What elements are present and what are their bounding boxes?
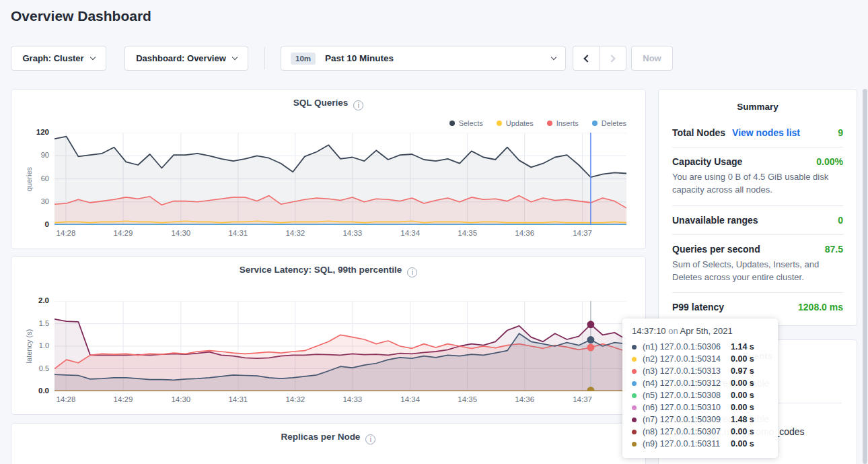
tooltip-timestamp: 14:37:10 on Apr 5th, 2021 bbox=[632, 326, 768, 336]
tooltip-node-label: (n1) 127.0.0.1:50306 bbox=[643, 342, 731, 352]
y-axis-tick: 30 bbox=[21, 197, 49, 205]
dashboard-dropdown[interactable]: Dashboard: Overview bbox=[124, 46, 248, 71]
tooltip-node-value: 0.00 s bbox=[731, 391, 754, 400]
tooltip-date: Apr 5th, 2021 bbox=[680, 326, 733, 336]
tooltip-node-label: (n9) 127.0.0.1:50311 bbox=[643, 439, 731, 449]
info-icon[interactable]: i bbox=[365, 434, 375, 444]
x-axis-tick: 14:35 bbox=[449, 395, 486, 403]
x-axis-tick: 14:28 bbox=[47, 229, 85, 237]
chevron-down-icon bbox=[551, 55, 556, 60]
info-icon[interactable]: i bbox=[353, 100, 363, 110]
time-forward-button[interactable] bbox=[600, 46, 626, 70]
x-axis-tick: 14:33 bbox=[334, 395, 371, 403]
summary-label: Capacity Usage bbox=[672, 156, 742, 167]
series-dot-icon bbox=[632, 357, 637, 362]
x-axis-tick: 14:30 bbox=[162, 395, 200, 403]
summary-row: Queries per second87.5Sum of Selects, Up… bbox=[672, 235, 843, 294]
sql-queries-card: SQL Queriesi SelectsUpdatesInsertsDelete… bbox=[11, 89, 646, 249]
x-axis-tick: 14:31 bbox=[219, 229, 257, 237]
chevron-down-icon bbox=[232, 55, 238, 60]
legend-label: Updates bbox=[506, 119, 534, 127]
x-axis-tick: 14:37 bbox=[564, 229, 602, 237]
tooltip-node-value: 1.48 s bbox=[731, 415, 754, 424]
legend-dot-icon bbox=[449, 121, 455, 126]
time-back-button[interactable] bbox=[573, 46, 600, 70]
tooltip-node-value: 0.00 s bbox=[731, 439, 754, 449]
chart-title: SQL Queriesi bbox=[11, 98, 645, 110]
time-range-selector[interactable]: 10m Past 10 Minutes bbox=[281, 46, 566, 71]
tooltip-node-value: 0.00 s bbox=[731, 403, 754, 412]
sql-queries-chart[interactable] bbox=[55, 133, 626, 225]
tooltip-node-row: (n8) 127.0.0.1:503070.00 s bbox=[632, 426, 768, 438]
info-icon[interactable]: i bbox=[407, 267, 417, 277]
summary-value: 0.00% bbox=[816, 156, 843, 167]
x-axis-tick: 14:32 bbox=[277, 395, 314, 403]
tooltip-node-row: (n5) 127.0.0.1:503080.00 s bbox=[632, 389, 768, 401]
y-axis-tick: 1.5 bbox=[21, 319, 49, 327]
summary-label: Unavailable ranges bbox=[672, 215, 758, 226]
vertical-scrollbar[interactable] bbox=[863, 89, 867, 464]
series-dot-icon bbox=[632, 430, 637, 434]
chevron-down-icon bbox=[89, 55, 95, 60]
y-axis-tick: 0 bbox=[21, 220, 49, 228]
summary-row: P99 latency1208.0 ms bbox=[672, 293, 843, 321]
now-button[interactable]: Now bbox=[631, 46, 673, 71]
summary-value: 0 bbox=[838, 215, 843, 226]
tooltip-node-label: (n5) 127.0.0.1:50308 bbox=[643, 391, 731, 400]
summary-row: Unavailable ranges0 bbox=[672, 206, 843, 235]
chart-title-text: Replicas per Node bbox=[281, 432, 361, 442]
legend-label: Inserts bbox=[556, 119, 579, 127]
toolbar-divider bbox=[264, 47, 265, 69]
legend-item-selects[interactable]: Selects bbox=[449, 119, 483, 127]
chart-title-text: Service Latency: SQL, 99th percentile bbox=[240, 265, 402, 275]
y-axis-tick: 2.0 bbox=[21, 296, 49, 304]
tooltip-node-row: (n7) 127.0.0.1:503091.48 s bbox=[632, 413, 768, 426]
chart-title: Replicas per Nodei bbox=[11, 432, 645, 444]
chevron-left-icon bbox=[583, 55, 591, 62]
summary-subtext: Sum of Selects, Updates, Inserts, and De… bbox=[672, 259, 843, 284]
summary-subtext: You are using 0 B of 4.5 GiB usable disk… bbox=[672, 171, 843, 197]
legend-item-inserts[interactable]: Inserts bbox=[547, 119, 579, 127]
summary-value: 87.5 bbox=[825, 244, 843, 255]
tooltip-node-value: 0.00 s bbox=[731, 427, 754, 436]
time-nav-group bbox=[573, 46, 626, 71]
x-axis-tick: 14:34 bbox=[392, 229, 429, 237]
legend-item-deletes[interactable]: Deletes bbox=[592, 119, 626, 127]
tooltip-node-row: (n9) 127.0.0.1:503110.00 s bbox=[632, 438, 768, 450]
tooltip-time: 14:37:10 bbox=[632, 326, 666, 336]
legend-dot-icon bbox=[497, 121, 502, 126]
graph-dropdown-label: Graph: Cluster bbox=[22, 53, 83, 63]
view-nodes-link[interactable]: View nodes list bbox=[732, 127, 800, 138]
x-axis-tick: 14:31 bbox=[219, 395, 257, 403]
summary-label: P99 latency bbox=[672, 302, 724, 312]
series-dot-icon bbox=[632, 369, 637, 374]
legend-label: Selects bbox=[459, 119, 483, 127]
graph-dropdown[interactable]: Graph: Cluster bbox=[11, 46, 106, 71]
legend-dot-icon bbox=[547, 121, 552, 126]
chart-title-text: SQL Queries bbox=[293, 98, 349, 108]
replicas-per-node-card: Replicas per Nodei bbox=[11, 423, 646, 464]
x-axis-tick: 14:32 bbox=[277, 229, 314, 237]
service-latency-chart[interactable] bbox=[55, 301, 626, 391]
x-axis-tick: 14:37 bbox=[564, 395, 602, 403]
y-axis-tick: 120 bbox=[21, 128, 49, 136]
summary-value: 1208.0 ms bbox=[798, 302, 843, 312]
x-axis-tick: 14:28 bbox=[47, 395, 85, 403]
tooltip-node-label: (n3) 127.0.0.1:50313 bbox=[643, 366, 731, 376]
summary-label: Queries per second bbox=[672, 244, 760, 255]
chart-legend: SelectsUpdatesInsertsDeletes bbox=[449, 119, 626, 127]
tooltip-node-label: (n8) 127.0.0.1:50307 bbox=[643, 427, 731, 436]
tooltip-node-label: (n6) 127.0.0.1:50310 bbox=[643, 403, 731, 412]
x-axis-tick: 14:35 bbox=[449, 229, 486, 237]
legend-item-updates[interactable]: Updates bbox=[497, 119, 534, 127]
summary-label: Total Nodes bbox=[672, 127, 725, 138]
summary-row: Total NodesView nodes list9 bbox=[672, 119, 843, 147]
chart-title: Service Latency: SQL, 99th percentilei bbox=[11, 265, 645, 277]
tooltip-node-value: 0.00 s bbox=[731, 354, 754, 364]
tooltip-node-label: (n4) 127.0.0.1:50312 bbox=[643, 378, 731, 388]
service-latency-card: Service Latency: SQL, 99th percentilei 0… bbox=[11, 256, 646, 415]
series-dot-icon bbox=[632, 442, 637, 446]
y-axis-tick: 0.0 bbox=[21, 387, 49, 395]
summary-value: 9 bbox=[838, 127, 843, 138]
tooltip-node-label: (n7) 127.0.0.1:50309 bbox=[643, 415, 731, 424]
